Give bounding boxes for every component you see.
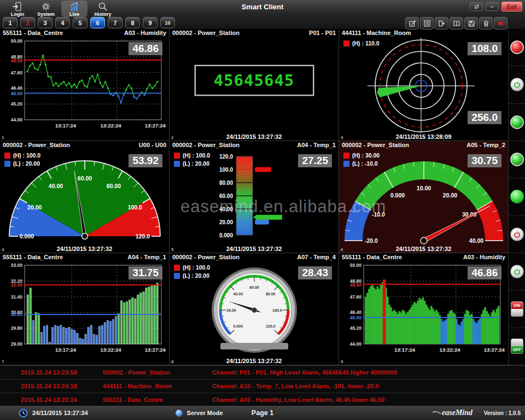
page-button-3[interactable]: 3: [38, 17, 52, 28]
page-button-6[interactable]: 6: [90, 17, 105, 28]
legend-swatch-low: [174, 273, 180, 279]
alarm-row[interactable]: 2015-11-24 13:23:24 555111 - Data_Centre…: [0, 393, 525, 407]
clock-icon: [19, 409, 28, 418]
svg-text:0.000: 0.000: [219, 232, 233, 238]
rocker-switch-off[interactable]: OFF: [511, 339, 523, 354]
svg-text:10.00: 10.00: [417, 185, 431, 191]
svg-text:80.00: 80.00: [266, 292, 276, 296]
panel-channel: A07 - Temp_4: [297, 254, 336, 261]
edit-button[interactable]: [405, 17, 419, 30]
svg-text:46.40: 46.40: [11, 85, 23, 91]
brand-logo: easeMind: [432, 409, 472, 417]
svg-text:29.80: 29.80: [11, 325, 23, 331]
rocker-switch-on[interactable]: ON: [511, 301, 523, 317]
legend: (H) : 100.0 (L) : 20.00: [174, 264, 210, 281]
tab-label: Login: [4, 11, 31, 17]
tab-login[interactable]: Login: [4, 1, 31, 17]
svg-text:50.00: 50.00: [350, 262, 362, 268]
server-mode-indicator: [176, 410, 183, 417]
indicator-sphere-green[interactable]: [510, 190, 524, 203]
digital-readout: 45645645: [195, 65, 314, 96]
run-button[interactable]: [435, 17, 448, 30]
alarm-message: Channel: A10 - Temp_7, Low Level Alarm, …: [212, 383, 525, 389]
panel-5-level-bar: 000002 - Power_StationA04 - Temp_1 0.000…: [170, 141, 339, 253]
delete-button[interactable]: [479, 17, 493, 30]
svg-text:20.00: 20.00: [219, 219, 233, 225]
audio-button[interactable]: [494, 17, 508, 30]
svg-text:20.00: 20.00: [226, 308, 236, 312]
alarm-time: 2015-11-24 13:24:18: [0, 383, 103, 389]
title-bar: Smart Client – Exit Login System Live Hi…: [0, 0, 525, 30]
tab-system[interactable]: System: [33, 1, 59, 17]
svg-text:100.0: 100.0: [219, 167, 233, 173]
svg-text:47.60: 47.60: [11, 70, 23, 75]
panel-station: 555111 - Data_Centre: [3, 254, 63, 261]
alarm-led-red[interactable]: [510, 40, 524, 54]
page-button-9[interactable]: 9: [143, 17, 158, 28]
tab-live[interactable]: Live: [61, 1, 88, 17]
legend-swatch-high: [343, 40, 349, 46]
panel-station: 555111 - Data_Centre: [3, 30, 63, 37]
save-button[interactable]: [464, 17, 478, 30]
value-badge: 31.75: [129, 266, 162, 279]
alarm-row[interactable]: 2015-11-24 13:23:58 000002 - Power_Stati…: [0, 366, 525, 380]
panel-3-radar: 444111 - Machine_Room (H) : 110.0 108.0 …: [339, 29, 509, 141]
panel-number: 2: [171, 135, 173, 140]
main-nav: Login System Live History: [4, 1, 116, 17]
panel-8-round-gauge: 000002 - Power_StationA07 - Temp_4 0.000…: [170, 253, 339, 365]
list-icon: [423, 20, 431, 27]
svg-text:60.00: 60.00: [219, 193, 233, 199]
page-button-4[interactable]: 4: [55, 17, 70, 28]
svg-text:80.00: 80.00: [107, 183, 121, 189]
legend-label: (H) : 110.0: [352, 40, 380, 46]
page-button-1[interactable]: 1: [3, 17, 18, 28]
power-button-red[interactable]: [510, 228, 524, 241]
status-led-green-2[interactable]: [510, 153, 524, 166]
svg-text:33.00: 33.00: [11, 262, 23, 268]
svg-text:45.20: 45.20: [11, 101, 23, 107]
panel-number: 5: [171, 247, 173, 252]
value-badge: 27.25: [298, 154, 332, 167]
tab-history[interactable]: History: [90, 1, 116, 17]
minimize-button[interactable]: –: [486, 2, 499, 11]
login-icon: [12, 1, 23, 12]
power-button-green-1[interactable]: [510, 78, 524, 91]
value-badge: 53.92: [129, 154, 162, 167]
page-button-7[interactable]: 7: [108, 17, 122, 28]
value-badge: 28.43: [298, 266, 332, 279]
status-datetime: 24/11/2015 13:27:34: [32, 410, 88, 416]
book-button[interactable]: [450, 17, 463, 30]
page-button-8[interactable]: 8: [125, 17, 140, 28]
panel-timestamp: 24/11/2015 13:27:32: [339, 246, 508, 252]
svg-text:48.50: 48.50: [350, 282, 362, 288]
svg-text:13:27:24: 13:27:24: [145, 347, 166, 353]
panel-number: 4: [2, 247, 4, 252]
svg-text:13:17:24: 13:17:24: [55, 347, 77, 353]
alarm-row[interactable]: 2015-11-24 13:24:18 444111 - Machine_Roo…: [0, 380, 525, 393]
status-led-green-1[interactable]: [510, 115, 524, 129]
switch-window-button[interactable]: [470, 2, 483, 11]
legend-swatch-low: [4, 161, 10, 167]
power-button-green-2[interactable]: [510, 265, 524, 278]
exit-button[interactable]: Exit: [501, 2, 522, 11]
panel-station: 000002 - Power_Station: [3, 142, 70, 149]
svg-text:120.0: 120.0: [219, 154, 233, 160]
trash-icon: [482, 20, 490, 27]
page-button-2[interactable]: 2: [20, 17, 35, 28]
window-controls: – Exit: [470, 2, 522, 11]
legend-label: (L) : -10.0: [352, 160, 378, 167]
svg-text:-10.0: -10.0: [372, 211, 385, 218]
page-button-10[interactable]: 10: [160, 17, 175, 28]
legend: (H) : 30.00 (L) : -10.0: [343, 152, 380, 168]
svg-text:45.20: 45.20: [350, 325, 362, 331]
toolbar: [405, 17, 508, 30]
svg-text:40.00: 40.00: [219, 206, 233, 212]
list-button[interactable]: [420, 17, 434, 30]
panel-9-area-trend: 555111 - Data_CentreA03 - Humidity 50.00…: [339, 253, 509, 365]
value-badge: 46.86: [468, 266, 501, 279]
live-chart-icon: [69, 1, 80, 12]
legend-label: (H) : 100.0: [183, 152, 210, 159]
page-button-5[interactable]: 5: [73, 17, 88, 28]
svg-text:31.40: 31.40: [11, 294, 23, 300]
floppy-icon: [468, 20, 475, 27]
